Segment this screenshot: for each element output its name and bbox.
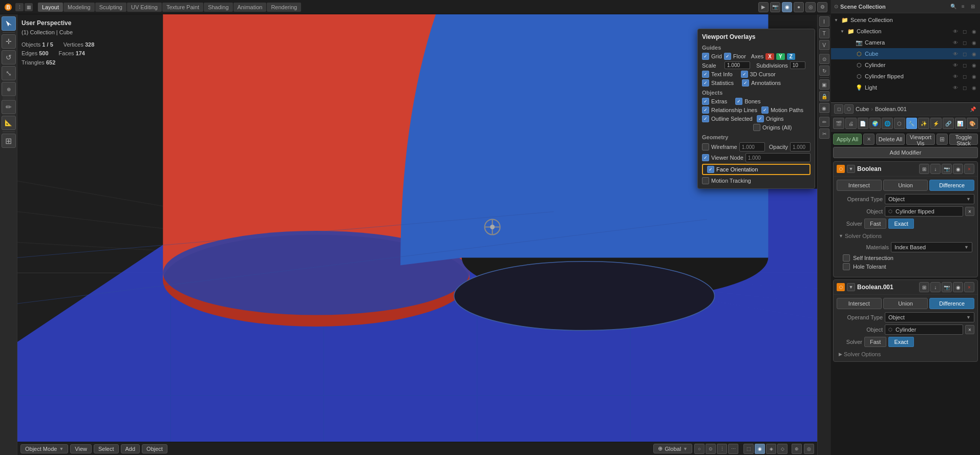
boolean-2-difference-btn[interactable]: Difference (929, 298, 974, 309)
toggle-stack-btn[interactable]: Toggle Stack (949, 134, 978, 145)
select-cursor-tool[interactable] (2, 16, 16, 31)
boolean-2-solver-options-label[interactable]: ▶ Solver Options (837, 349, 974, 358)
view-layer-tab[interactable]: 📄 (858, 118, 869, 129)
view-panel-icon[interactable]: V (819, 40, 829, 50)
local-view-icon[interactable]: ◉ (819, 103, 829, 113)
boolean-2-copy-icon[interactable]: ⊞ (919, 282, 929, 292)
cylinder-flipped-screen-icon[interactable]: ◻ (961, 72, 969, 80)
boolean-2-camera-icon[interactable]: 📷 (942, 282, 952, 292)
rotate-tool[interactable]: ↺ (2, 50, 16, 64)
cursor-3d-checkbox[interactable] (741, 71, 748, 78)
mode-selector[interactable]: Object Mode ▼ (20, 444, 68, 453)
sculpting-tab[interactable]: Sculpting (95, 3, 126, 12)
boolean-1-fast-btn[interactable]: Fast (864, 219, 886, 229)
snap-icon[interactable]: ⊙ (706, 444, 716, 454)
data-props-tab[interactable]: 📊 (955, 118, 966, 129)
camera-render-icon[interactable]: ◉ (970, 38, 978, 47)
render-region-icon[interactable]: ▣ (819, 79, 829, 90)
boolean-1-hole-tolerant-checkbox[interactable] (843, 263, 850, 270)
boolean-2-operand-type-value[interactable]: Object ▼ (885, 312, 974, 322)
floor-checkbox[interactable] (724, 53, 731, 60)
annotate-tool[interactable]: ✏ (2, 100, 16, 114)
layout-tab[interactable]: Layout (38, 3, 63, 12)
measure-tool[interactable]: 📐 (2, 116, 16, 130)
add-menu-btn[interactable]: Add (121, 444, 140, 453)
boolean-1-exact-btn[interactable]: Exact (888, 219, 914, 229)
material-preview-icon[interactable]: ◈ (766, 444, 776, 454)
cylinder-flipped-render-icon[interactable]: ◉ (970, 72, 978, 80)
boolean-2-object-value[interactable]: ⬡ Cylinder (885, 324, 963, 335)
apply-x-btn[interactable]: × (863, 134, 875, 145)
extras-checkbox[interactable] (702, 98, 709, 105)
tree-item-collection[interactable]: ▼ 📁 Collection 👁 ◻ ◉ (831, 26, 980, 37)
boolean-1-self-intersection-checkbox[interactable] (843, 254, 850, 262)
workspace-icon[interactable]: ⋮ (15, 3, 24, 11)
camera-screen-icon[interactable]: ◻ (961, 38, 969, 47)
statistics-checkbox[interactable] (702, 79, 709, 86)
rendering-tab[interactable]: Rendering (267, 3, 301, 12)
origins-all-checkbox[interactable] (753, 124, 760, 131)
boolean-2-render-icon[interactable]: ◉ (953, 282, 963, 292)
boolean-2-expand-icon[interactable]: ▼ (847, 283, 855, 291)
pivot-icon[interactable]: ⋮ (717, 444, 727, 454)
select-menu-btn[interactable]: Select (94, 444, 119, 453)
tree-item-scene-collection[interactable]: ▼ 📁 Scene Collection (831, 14, 980, 26)
wireframe-checkbox[interactable] (702, 143, 709, 150)
object-menu-btn[interactable]: Object (142, 444, 167, 453)
particle-props-tab[interactable]: ✨ (918, 118, 929, 129)
viewer-node-checkbox[interactable] (702, 154, 709, 161)
add-modifier-btn[interactable]: Add Modifier (833, 147, 978, 158)
add-primitive-tool[interactable]: ⊞ (2, 134, 16, 148)
tool-panel-icon[interactable]: T (819, 28, 829, 38)
annotations-checkbox[interactable] (742, 79, 749, 86)
transform-tool[interactable]: ⊕ (2, 82, 16, 96)
viewport-vis-expand-btn[interactable]: ⊞ (936, 134, 948, 145)
boolean-1-expand-icon[interactable]: ▼ (847, 165, 855, 173)
face-orientation-checkbox[interactable] (707, 166, 714, 173)
boolean-1-object-value[interactable]: ⬡ Cylinder flipped (885, 206, 963, 216)
texture-paint-tab[interactable]: Texture Paint (162, 3, 203, 12)
collection-eye-icon[interactable]: 👁 (951, 27, 960, 35)
boolean-1-copy-icon[interactable]: ⊞ (919, 164, 929, 174)
outliner-search-icon[interactable]: 🔍 (949, 3, 957, 11)
gizmo-toggle[interactable]: ◎ (804, 444, 814, 454)
props-pin-icon[interactable]: 📌 (969, 105, 977, 113)
motion-paths-checkbox[interactable] (761, 106, 769, 114)
boolean-2-union-btn[interactable]: Union (883, 298, 928, 309)
collection-render-icon[interactable]: ◉ (970, 27, 978, 35)
boolean-2-fast-btn[interactable]: Fast (864, 337, 886, 347)
boolean-1-difference-btn[interactable]: Difference (929, 180, 974, 191)
subdivisions-input[interactable] (790, 61, 805, 69)
tree-expand-collection[interactable]: ▼ (839, 28, 845, 34)
collection-screen-icon[interactable]: ◻ (961, 27, 969, 35)
rendered-view-icon[interactable]: ◇ (777, 444, 787, 454)
tree-item-light[interactable]: 💡 Light 👁 ◻ ◉ (831, 82, 980, 93)
wireframe-view-icon[interactable]: ⬚ (743, 444, 754, 454)
boolean-2-close-icon[interactable]: × (964, 282, 974, 292)
uv-editing-tab[interactable]: UV Editing (127, 3, 162, 12)
solid-view-icon[interactable]: ◉ (755, 444, 765, 454)
boolean-1-object-x-btn[interactable]: × (965, 207, 974, 216)
boolean-2-exact-btn[interactable]: Exact (888, 337, 914, 347)
animation-tab[interactable]: Animation (233, 3, 267, 12)
cylinder-render-icon[interactable]: ◉ (970, 61, 978, 69)
layout-icon[interactable]: ▦ (25, 3, 33, 11)
cylinder-flipped-eye-icon[interactable]: 👁 (951, 72, 960, 80)
rotate-view-icon[interactable]: ↻ (819, 66, 829, 76)
boolean-1-intersect-btn[interactable]: Intersect (837, 180, 882, 191)
props-icon1[interactable]: ◻ (834, 104, 843, 114)
boolean-1-render-icon[interactable]: ◉ (953, 164, 963, 174)
tree-item-cube[interactable]: ⬡ Cube 👁 ◻ ◉ (831, 48, 980, 59)
render-icon[interactable]: ▶ (758, 2, 769, 12)
outliner-filter-icon[interactable]: ⊙ (834, 4, 838, 9)
boolean-1-materials-value[interactable]: Index Based ▼ (891, 242, 972, 252)
boolean-1-apply-icon[interactable]: ↓ (930, 164, 941, 174)
settings-icon[interactable]: ⚙ (817, 2, 827, 12)
erase-annotation-icon[interactable]: ✂ (819, 128, 829, 139)
proportional-edit-icon[interactable]: ○ (694, 444, 705, 454)
outliner-filter2-icon[interactable]: ≡ (959, 3, 967, 11)
active-view-icon[interactable]: ◉ (782, 2, 792, 12)
scale-input[interactable] (725, 61, 750, 69)
light-screen-icon[interactable]: ◻ (961, 83, 969, 92)
relationship-checkbox[interactable] (702, 106, 709, 114)
